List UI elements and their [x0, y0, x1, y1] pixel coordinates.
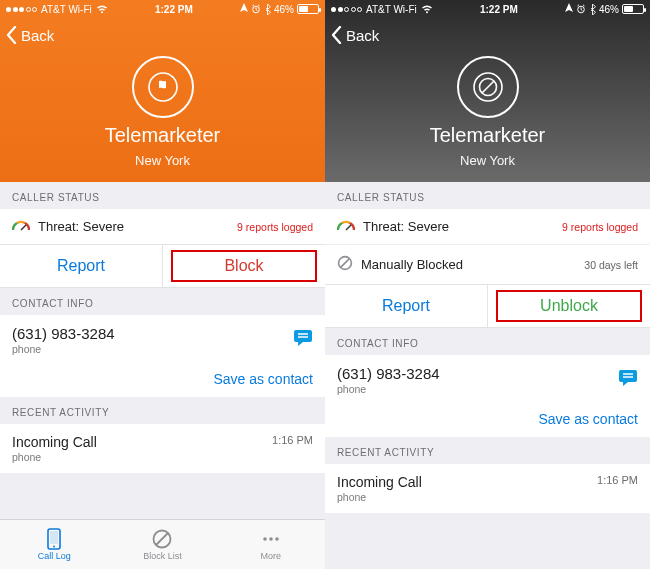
- caller-type-icon: [132, 56, 194, 118]
- chevron-left-icon: [331, 26, 342, 44]
- clock-label: 1:22 PM: [155, 4, 193, 15]
- svg-rect-14: [619, 370, 637, 382]
- save-contact-button[interactable]: Save as contact: [325, 403, 650, 437]
- save-contact-button[interactable]: Save as contact: [0, 363, 325, 397]
- blocked-small-icon: [337, 255, 353, 274]
- bluetooth-icon: [264, 4, 271, 15]
- phone-left: AT&T Wi-Fi 1:22 PM 46% Back: [0, 0, 325, 569]
- block-button[interactable]: Block: [163, 245, 325, 287]
- bluetooth-icon: [589, 4, 596, 15]
- location-icon: [240, 3, 248, 15]
- days-left: 30 days left: [584, 259, 638, 271]
- battery-icon: [622, 4, 644, 14]
- recent-sub: phone: [337, 491, 422, 503]
- wifi-icon: [421, 5, 433, 14]
- caller-type-icon: [457, 56, 519, 118]
- alarm-icon: [251, 4, 261, 14]
- section-caller-status: CALLER STATUS: [0, 182, 325, 209]
- back-button[interactable]: Back: [6, 26, 54, 44]
- svg-rect-4: [50, 531, 58, 544]
- recent-time: 1:16 PM: [597, 474, 638, 486]
- recent-title: Incoming Call: [337, 474, 422, 490]
- status-bar: AT&T Wi-Fi 1:22 PM 46%: [325, 0, 650, 18]
- header: AT&T Wi-Fi 1:22 PM 46% Back: [0, 0, 325, 182]
- svg-point-7: [263, 537, 267, 541]
- message-icon[interactable]: [293, 329, 313, 351]
- more-icon: [259, 528, 283, 550]
- location-icon: [565, 3, 573, 15]
- back-label: Back: [21, 27, 54, 44]
- caller-subtitle: New York: [135, 153, 190, 168]
- section-recent-activity: RECENT ACTIVITY: [0, 397, 325, 424]
- clock-label: 1:22 PM: [480, 4, 518, 15]
- message-icon[interactable]: [618, 369, 638, 391]
- flag-icon: [148, 72, 178, 102]
- report-button[interactable]: Report: [0, 245, 162, 287]
- chevron-left-icon: [6, 26, 17, 44]
- tab-bar: Call Log Block List More: [0, 519, 325, 569]
- signal-dots-icon: [331, 7, 362, 12]
- recent-sub: phone: [12, 451, 97, 463]
- alarm-icon: [576, 4, 586, 14]
- phone-right: AT&T Wi-Fi 1:22 PM 46% Back: [325, 0, 650, 569]
- header: AT&T Wi-Fi 1:22 PM 46% Back: [325, 0, 650, 182]
- battery-pct: 46%: [274, 4, 294, 15]
- phone-type-label: phone: [12, 343, 313, 355]
- recent-title: Incoming Call: [12, 434, 97, 450]
- carrier-label: AT&T Wi-Fi: [366, 4, 417, 15]
- status-bar: AT&T Wi-Fi 1:22 PM 46%: [0, 0, 325, 18]
- report-button[interactable]: Report: [325, 285, 487, 327]
- block-icon: [151, 528, 173, 550]
- section-contact-info: CONTACT INFO: [0, 288, 325, 315]
- section-contact-info: CONTACT INFO: [325, 328, 650, 355]
- svg-point-8: [269, 537, 273, 541]
- gauge-icon: [337, 219, 355, 234]
- phone-type-label: phone: [337, 383, 638, 395]
- battery-icon: [297, 4, 319, 14]
- phone-number[interactable]: (631) 983-3284: [337, 365, 638, 382]
- back-button[interactable]: Back: [331, 26, 379, 44]
- unblock-button[interactable]: Unblock: [488, 285, 650, 327]
- gauge-icon: [12, 219, 30, 234]
- tab-block-list[interactable]: Block List: [108, 520, 216, 569]
- phone-number[interactable]: (631) 983-3284: [12, 325, 313, 342]
- threat-label: Threat: Severe: [38, 219, 124, 234]
- phone-device-icon: [45, 528, 63, 550]
- reports-logged[interactable]: 9 reports logged: [562, 221, 638, 233]
- wifi-icon: [96, 5, 108, 14]
- caller-subtitle: New York: [460, 153, 515, 168]
- block-circle-icon: [473, 72, 503, 102]
- battery-pct: 46%: [599, 4, 619, 15]
- blocked-label: Manually Blocked: [361, 257, 463, 272]
- svg-point-9: [275, 537, 279, 541]
- recent-activity-row[interactable]: Incoming Call phone 1:16 PM: [325, 464, 650, 513]
- section-caller-status: CALLER STATUS: [325, 182, 650, 209]
- recent-time: 1:16 PM: [272, 434, 313, 446]
- tab-more[interactable]: More: [217, 520, 325, 569]
- threat-label: Threat: Severe: [363, 219, 449, 234]
- svg-rect-2: [294, 330, 312, 342]
- signal-dots-icon: [6, 7, 37, 12]
- caller-title: Telemarketer: [430, 124, 546, 147]
- carrier-label: AT&T Wi-Fi: [41, 4, 92, 15]
- reports-logged[interactable]: 9 reports logged: [237, 221, 313, 233]
- tab-call-log[interactable]: Call Log: [0, 520, 108, 569]
- caller-title: Telemarketer: [105, 124, 221, 147]
- section-recent-activity: RECENT ACTIVITY: [325, 437, 650, 464]
- svg-point-5: [53, 546, 55, 548]
- back-label: Back: [346, 27, 379, 44]
- recent-activity-row[interactable]: Incoming Call phone 1:16 PM: [0, 424, 325, 473]
